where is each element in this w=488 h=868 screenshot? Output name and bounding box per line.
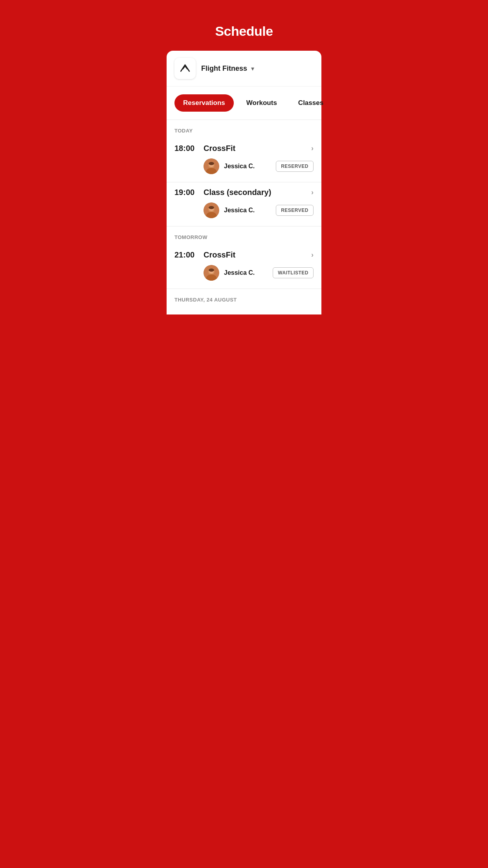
gym-name: Flight Fitness bbox=[201, 64, 247, 73]
class-time: 18:00 bbox=[174, 144, 197, 153]
svg-rect-0 bbox=[178, 61, 192, 75]
header: Schedule bbox=[163, 0, 325, 51]
status-badge-reserved: RESERVED bbox=[276, 161, 314, 172]
user-info-2: Jessica C. bbox=[204, 202, 255, 218]
gym-selector-card[interactable]: Flight Fitness ▾ bbox=[167, 51, 321, 86]
avatar-2 bbox=[204, 202, 219, 218]
status-badge-reserved-2: RESERVED bbox=[276, 205, 314, 216]
user-info: Jessica C. bbox=[204, 158, 255, 174]
class-name: CrossFit bbox=[204, 144, 235, 153]
class-item-crossfit-21: 21:00 CrossFit › bbox=[174, 245, 314, 289]
gym-logo-icon bbox=[178, 61, 192, 75]
section-label-thursday: THURSDAY, 24 AUGUST bbox=[174, 289, 314, 307]
class-item-secondary-19: 19:00 Class (secondary) › bbox=[174, 182, 314, 226]
reservation-row: Jessica C. RESERVED bbox=[174, 158, 314, 174]
class-name-3: CrossFit bbox=[204, 250, 235, 259]
tab-reservations[interactable]: Reservations bbox=[174, 94, 234, 112]
svg-point-15 bbox=[209, 268, 214, 272]
main-card: Reservations Workouts Classes TODAY 18:0… bbox=[167, 86, 321, 314]
user-name: Jessica C. bbox=[224, 163, 255, 170]
class-time-name: 18:00 CrossFit bbox=[174, 144, 235, 153]
class-time-2: 19:00 bbox=[174, 188, 197, 197]
svg-point-5 bbox=[209, 162, 214, 165]
class-time-3: 21:00 bbox=[174, 250, 197, 259]
tab-classes[interactable]: Classes bbox=[290, 94, 325, 112]
class-header-2[interactable]: 19:00 Class (secondary) › bbox=[174, 188, 314, 197]
class-header[interactable]: 18:00 CrossFit › bbox=[174, 144, 314, 153]
user-name-2: Jessica C. bbox=[224, 207, 255, 214]
class-time-name-2: 19:00 Class (secondary) bbox=[174, 188, 271, 197]
reservation-row-3: Jessica C. WAITLISTED bbox=[174, 265, 314, 281]
avatar-image-2 bbox=[204, 202, 219, 218]
class-time-name-3: 21:00 CrossFit bbox=[174, 250, 235, 259]
chevron-right-icon-2: › bbox=[311, 188, 314, 197]
gym-logo bbox=[174, 58, 196, 79]
tab-workouts[interactable]: Workouts bbox=[238, 94, 286, 112]
page-title: Schedule bbox=[171, 24, 317, 39]
svg-point-10 bbox=[209, 206, 214, 209]
avatar-image-3 bbox=[204, 265, 219, 281]
reservation-row-2: Jessica C. RESERVED bbox=[174, 202, 314, 218]
chevron-right-icon-3: › bbox=[311, 251, 314, 259]
screen: Schedule Flight Fitness ▾ Reservations W… bbox=[163, 0, 325, 314]
avatar bbox=[204, 158, 219, 174]
chevron-down-icon: ▾ bbox=[251, 65, 254, 72]
class-item-crossfit-18: 18:00 CrossFit › bbox=[174, 138, 314, 182]
section-label-tomorrow: TOMORROW bbox=[174, 226, 314, 245]
section-label-today: TODAY bbox=[174, 120, 314, 138]
class-header-3[interactable]: 21:00 CrossFit › bbox=[174, 250, 314, 259]
chevron-right-icon: › bbox=[311, 144, 314, 153]
tabs-container: Reservations Workouts Classes bbox=[174, 94, 314, 112]
status-badge-waitlisted: WAITLISTED bbox=[273, 267, 314, 278]
gym-selector-row[interactable]: Flight Fitness ▾ bbox=[201, 64, 254, 73]
user-info-3: Jessica C. bbox=[204, 265, 255, 281]
user-name-3: Jessica C. bbox=[224, 269, 255, 276]
class-name-2: Class (secondary) bbox=[204, 188, 271, 197]
avatar-image bbox=[204, 158, 219, 174]
avatar-3 bbox=[204, 265, 219, 281]
